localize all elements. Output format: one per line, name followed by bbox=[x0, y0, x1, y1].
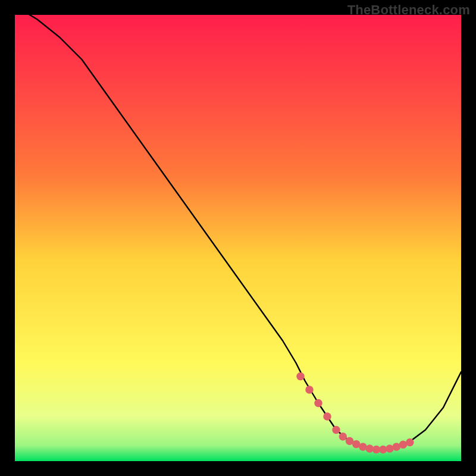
optimal-marker bbox=[406, 439, 414, 447]
optimal-marker bbox=[296, 372, 305, 381]
optimal-marker bbox=[386, 444, 394, 453]
optimal-marker bbox=[332, 426, 340, 434]
plot-area bbox=[15, 15, 461, 461]
svg-rect-0 bbox=[15, 15, 461, 461]
chart-frame: TheBottleneck.com bbox=[0, 0, 476, 476]
optimal-marker bbox=[339, 433, 347, 441]
optimal-marker bbox=[314, 399, 322, 408]
chart-svg bbox=[15, 15, 461, 461]
optimal-marker bbox=[323, 412, 331, 421]
optimal-marker bbox=[305, 386, 314, 394]
optimal-marker bbox=[359, 443, 367, 451]
watermark-label: TheBottleneck.com bbox=[347, 2, 470, 18]
